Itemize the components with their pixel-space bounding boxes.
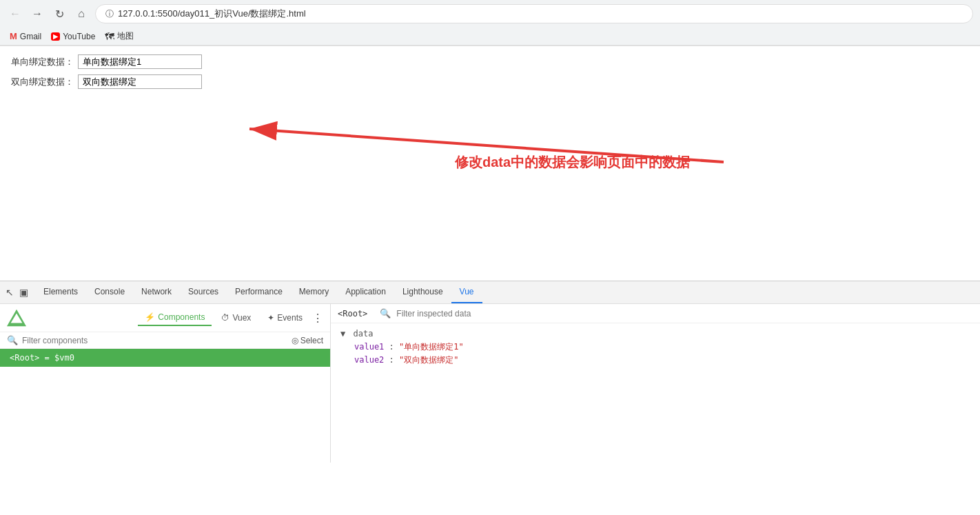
tab-vuex[interactable]: ⏱ Vuex (214, 310, 258, 325)
filter-bar: 🔍 ◎ Select (0, 332, 330, 349)
one-way-input[interactable] (78, 54, 202, 69)
devtools-left-tabs: ⚡ Components ⏱ Vuex ✦ Events ⋮ (138, 310, 323, 326)
youtube-icon: ▶ (51, 32, 60, 41)
devtools-right-panel: <Root> 🔍 ▼ data value1 : "单向数据绑定1" value… (331, 304, 980, 463)
devtools-left-header: ⚡ Components ⏱ Vuex ✦ Events ⋮ (0, 304, 330, 332)
component-root-item[interactable]: <Root> = $vm0 (0, 349, 330, 367)
tab-vue[interactable]: Vue (451, 281, 482, 303)
one-way-label: 单向绑定数据： (11, 56, 74, 68)
page-content: 单向绑定数据： 双向绑定数据： 修改data中的数据会影响页面中的数据 (0, 46, 980, 281)
gmail-icon: M (10, 31, 17, 41)
prop-key-value1: value1 (354, 342, 384, 352)
bookmark-gmail[interactable]: M Gmail (10, 31, 41, 41)
data-property-value2: value2 : "双向数据绑定" (354, 354, 970, 366)
tab-events[interactable]: ✦ Events (261, 310, 309, 325)
devtools-tabs-bar: ↖ ▣ Elements Console Network Sources Per… (0, 281, 980, 304)
components-label: Components (158, 312, 205, 322)
devtools-panel: ↖ ▣ Elements Console Network Sources Per… (0, 281, 980, 463)
nav-bar: ← → ↻ ⌂ ⓘ 127.0.0.1:5500/day011_初识Vue/数据… (0, 0, 980, 28)
filter-inspected-input[interactable] (396, 309, 500, 319)
reload-button[interactable]: ↻ (51, 6, 68, 22)
vuex-icon: ⏱ (221, 313, 229, 323)
tab-performance[interactable]: Performance (227, 281, 291, 303)
tab-network[interactable]: Network (133, 281, 180, 303)
cursor-icon[interactable]: ↖ (6, 287, 14, 298)
maps-icon: 🗺 (105, 31, 114, 42)
filter-right-icon: 🔍 (380, 308, 391, 319)
devtools-icon-buttons: ↖ ▣ (6, 287, 28, 298)
home-button[interactable]: ⌂ (73, 6, 90, 22)
prop-colon-1: : (389, 342, 399, 352)
devtools-left-panel: ⚡ Components ⏱ Vuex ✦ Events ⋮ 🔍 (0, 304, 331, 463)
prop-colon-2: : (389, 355, 399, 365)
search-icon: 🔍 (7, 335, 18, 345)
devtools-body: ⚡ Components ⏱ Vuex ✦ Events ⋮ 🔍 (0, 304, 980, 463)
prop-key-value2: value2 (354, 355, 384, 365)
filter-components-input[interactable] (22, 336, 287, 345)
maps-label: 地图 (117, 30, 134, 42)
annotation-text: 修改data中的数据会影响页面中的数据 (455, 153, 690, 172)
tab-console[interactable]: Console (86, 281, 133, 303)
two-way-input[interactable] (78, 74, 202, 89)
bookmark-maps[interactable]: 🗺 地图 (105, 30, 134, 42)
layout-icon[interactable]: ▣ (19, 287, 28, 298)
tab-components[interactable]: ⚡ Components (138, 310, 212, 326)
lock-icon: ⓘ (105, 8, 114, 20)
forward-button[interactable]: → (29, 6, 45, 22)
settings-icon[interactable]: ⋮ (312, 312, 323, 325)
vue-logo-icon (7, 308, 26, 327)
url-text: 127.0.0.1:5500/day011_初识Vue/数据绑定.html (118, 8, 306, 20)
back-button[interactable]: ← (7, 6, 23, 22)
data-section-key: data (353, 329, 373, 339)
devtools-right-header: <Root> 🔍 (331, 304, 980, 323)
root-tag-label: <Root> (338, 309, 367, 319)
two-way-label: 双向绑定数据： (11, 76, 74, 88)
components-icon: ⚡ (145, 312, 155, 322)
tab-lighthouse[interactable]: Lighthouse (394, 281, 451, 303)
data-section: ▼ data (340, 329, 970, 339)
data-tree: ▼ data value1 : "单向数据绑定1" value2 : "双向数据… (331, 323, 980, 373)
select-label: Select (300, 336, 323, 345)
prop-val-value2: "双向数据绑定" (399, 355, 458, 365)
bookmarks-bar: M Gmail ▶ YouTube 🗺 地图 (0, 28, 980, 46)
prop-val-value1: "单向数据绑定1" (399, 342, 464, 352)
triangle-icon: ▼ (340, 329, 345, 339)
tab-application[interactable]: Application (337, 281, 394, 303)
browser-chrome: ← → ↻ ⌂ ⓘ 127.0.0.1:5500/day011_初识Vue/数据… (0, 0, 980, 46)
tab-sources[interactable]: Sources (180, 281, 227, 303)
address-bar[interactable]: ⓘ 127.0.0.1:5500/day011_初识Vue/数据绑定.html (95, 4, 973, 23)
tab-elements[interactable]: Elements (35, 281, 86, 303)
events-label: Events (277, 313, 303, 323)
one-way-binding-row: 单向绑定数据： (11, 54, 969, 69)
events-icon: ✦ (267, 313, 274, 323)
two-way-binding-row: 双向绑定数据： (11, 74, 969, 89)
youtube-label: YouTube (63, 32, 95, 41)
data-property-value1: value1 : "单向数据绑定1" (354, 341, 970, 353)
tab-memory[interactable]: Memory (291, 281, 337, 303)
bookmark-youtube[interactable]: ▶ YouTube (51, 32, 95, 41)
vuex-label: Vuex (232, 313, 251, 323)
select-icon: ◎ (292, 336, 298, 345)
gmail-label: Gmail (20, 32, 41, 41)
select-button[interactable]: ◎ Select (292, 336, 323, 345)
